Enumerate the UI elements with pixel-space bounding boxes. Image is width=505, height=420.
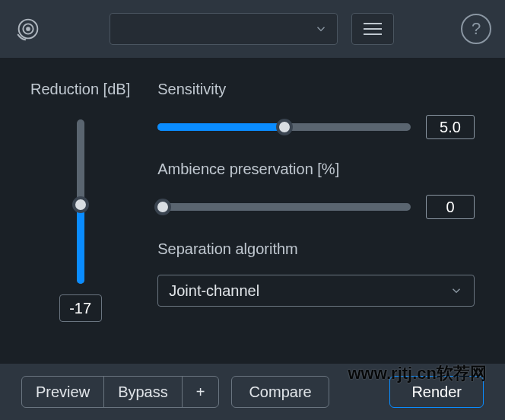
algorithm-dropdown[interactable]: Joint-channel xyxy=(157,275,475,307)
sensitivity-value[interactable]: 5.0 xyxy=(426,115,475,139)
reduction-value[interactable]: -17 xyxy=(59,294,102,322)
ambience-slider[interactable] xyxy=(157,203,411,211)
reduction-slider-thumb[interactable] xyxy=(72,196,89,213)
sensitivity-label: Sensitivity xyxy=(157,81,475,98)
right-column: Sensitivity 5.0 Ambience preservation [%… xyxy=(157,81,475,322)
sensitivity-section: Sensitivity 5.0 xyxy=(157,81,475,139)
svg-point-2 xyxy=(27,27,30,30)
help-icon: ? xyxy=(472,19,481,39)
app-logo-icon xyxy=(14,14,43,43)
help-button[interactable]: ? xyxy=(461,14,491,44)
chevron-down-icon xyxy=(314,22,328,36)
sensitivity-slider-thumb[interactable] xyxy=(276,119,293,135)
ambience-section: Ambience preservation [%] 0 xyxy=(157,161,475,219)
preset-dropdown[interactable] xyxy=(110,13,338,45)
footer-bar: Preview Bypass + Compare Render xyxy=(0,364,505,420)
reduction-slider[interactable] xyxy=(77,119,84,284)
preview-button[interactable]: Preview xyxy=(22,377,104,407)
ambience-label: Ambience preservation [%] xyxy=(157,161,475,178)
algorithm-section: Separation algorithm Joint-channel xyxy=(157,240,475,307)
menu-button[interactable] xyxy=(351,13,394,45)
reduction-section: Reduction [dB] -17 xyxy=(30,81,130,322)
reduction-label: Reduction [dB] xyxy=(30,81,130,98)
compare-button[interactable]: Compare xyxy=(231,376,329,408)
algorithm-label: Separation algorithm xyxy=(157,240,475,258)
top-bar: ? xyxy=(0,0,505,58)
ambience-value[interactable]: 0 xyxy=(426,195,475,219)
render-button[interactable]: Render xyxy=(389,376,484,408)
sensitivity-slider[interactable] xyxy=(157,123,411,131)
chevron-down-icon xyxy=(449,284,463,298)
main-panel: Reduction [dB] -17 Sensitivity 5.0 Ambie… xyxy=(0,58,505,337)
preview-group: Preview Bypass + xyxy=(21,376,219,408)
ambience-slider-thumb[interactable] xyxy=(154,199,171,215)
plus-button[interactable]: + xyxy=(183,377,219,407)
algorithm-selected: Joint-channel xyxy=(169,282,259,300)
bypass-button[interactable]: Bypass xyxy=(104,377,183,407)
